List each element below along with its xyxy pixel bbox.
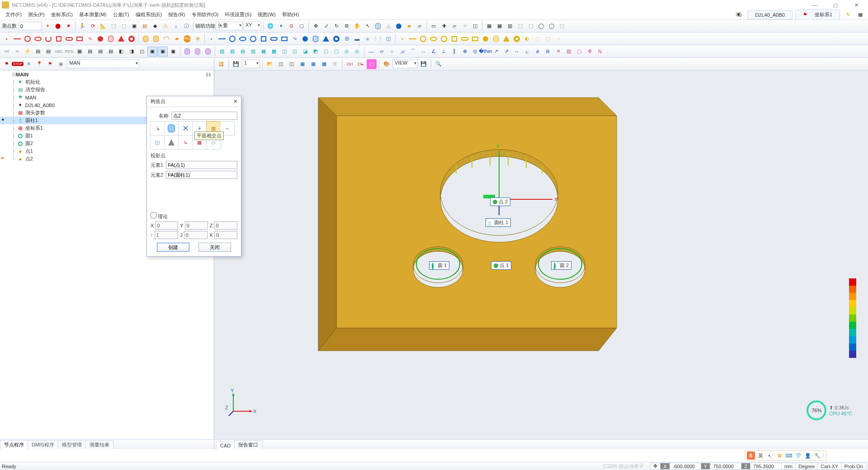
- gear-icon[interactable]: ✷: [63, 21, 73, 31]
- gdt-misc-c-icon[interactable]: ✜: [585, 47, 594, 56]
- stop-icon[interactable]: STOP: [13, 59, 23, 69]
- ime-keyboard-icon[interactable]: ⌨: [785, 451, 793, 460]
- warning-icon[interactable]: ⚠: [160, 21, 170, 31]
- gdt-datum-icon[interactable]: ▢: [574, 47, 584, 56]
- toggle-a-icon[interactable]: ⬚: [108, 21, 118, 31]
- select-misc-icon[interactable]: ◫: [470, 21, 480, 31]
- blue-point-icon[interactable]: •: [207, 34, 217, 44]
- cross-icon[interactable]: ✕: [24, 59, 33, 69]
- cursor-icon[interactable]: ↖: [363, 21, 373, 31]
- cad-c-icon[interactable]: ▤: [238, 47, 248, 56]
- cad-f-icon[interactable]: ▩: [269, 47, 279, 56]
- home-icon[interactable]: ⌂: [171, 21, 181, 31]
- grid-icon[interactable]: ▦: [75, 47, 85, 56]
- red-arc-icon[interactable]: [43, 34, 53, 44]
- label-pt2[interactable]: 点 2: [490, 197, 510, 206]
- grid-b-icon[interactable]: ▦: [308, 59, 318, 69]
- name-input[interactable]: [171, 112, 237, 120]
- proj-cell[interactable]: Cart-XY: [817, 463, 841, 470]
- abc-icon[interactable]: ABC: [54, 47, 64, 56]
- cad-l-icon[interactable]: ▢: [331, 47, 341, 56]
- script-b-icon[interactable]: ▤: [43, 47, 53, 56]
- cad-m-icon[interactable]: ◎: [342, 47, 352, 56]
- filter-g-icon[interactable]: ◯: [547, 21, 557, 31]
- cad-b-icon[interactable]: ▨: [227, 47, 237, 56]
- landscape-icon[interactable]: 🖼: [216, 59, 226, 69]
- dot-icon[interactable]: ◉: [56, 59, 66, 69]
- select-plane-icon[interactable]: ▱: [449, 21, 459, 31]
- method-c[interactable]: ✕: [178, 121, 193, 136]
- menu-report[interactable]: 报告(R): [165, 10, 188, 19]
- menu-view[interactable]: 视图(W): [255, 10, 278, 19]
- tab-model[interactable]: 模型管理: [58, 440, 86, 449]
- ime-skin-icon[interactable]: ✿: [775, 451, 783, 460]
- db-b-icon[interactable]: [193, 47, 203, 56]
- blue-torus-icon[interactable]: [331, 34, 341, 44]
- tab-results[interactable]: 测量结果: [85, 440, 113, 449]
- crs-selector[interactable]: ⚑坐标系1: [795, 9, 840, 20]
- menu-help[interactable]: 帮助(H): [279, 10, 302, 19]
- ime-user-icon[interactable]: 👤: [804, 451, 812, 460]
- book-icon[interactable]: ▤: [140, 21, 150, 31]
- cad-k-icon[interactable]: ▢: [321, 47, 331, 56]
- flag-green-icon[interactable]: ⚑: [45, 59, 55, 69]
- tab-dmis[interactable]: DMIS程序: [28, 440, 58, 449]
- menu-tolerance[interactable]: 公差(T): [110, 10, 132, 19]
- method-g[interactable]: ◫: [150, 135, 165, 150]
- panel-icon[interactable]: ▢: [297, 21, 307, 31]
- caliper-icon[interactable]: 📐: [98, 21, 108, 31]
- dots-icon[interactable]: ⁝⁝: [330, 59, 340, 69]
- label-cyl1[interactable]: ▯圆柱 1: [486, 218, 511, 227]
- method-i[interactable]: ↳: [178, 135, 193, 150]
- ime-lang[interactable]: 英: [756, 451, 764, 460]
- method-a[interactable]: ↘: [150, 121, 165, 136]
- init-icon[interactable]: Init: [2, 47, 12, 56]
- dh-icon[interactable]: DH: [345, 59, 355, 69]
- runner-icon[interactable]: 🏃: [77, 21, 87, 31]
- red-plane-icon[interactable]: [54, 34, 64, 44]
- gdt-surf-prof-icon[interactable]: ⌓: [418, 47, 428, 56]
- yellow-cylinder-icon[interactable]: [491, 34, 501, 44]
- red-line-icon[interactable]: [12, 34, 22, 44]
- menu-probe[interactable]: 测头(P): [25, 10, 47, 19]
- gdt-flatness-icon[interactable]: ▱: [377, 47, 387, 56]
- maximize-button[interactable]: ▢: [826, 0, 845, 10]
- mode-combo[interactable]: MAN: [67, 60, 139, 68]
- red-ellipse-icon[interactable]: [33, 34, 43, 44]
- cad-j-icon[interactable]: ◩: [311, 47, 321, 56]
- orange-cyl-a-icon[interactable]: [141, 34, 151, 44]
- tab-nodes[interactable]: 节点程序: [0, 440, 28, 449]
- red-torus-icon[interactable]: [127, 34, 137, 44]
- palette-icon[interactable]: 🎨: [382, 59, 392, 69]
- blue-curve-icon[interactable]: ∿: [290, 34, 300, 44]
- gdt-runout-icon[interactable]: ↗: [491, 47, 501, 56]
- flag-red-icon[interactable]: ⚑: [2, 59, 12, 69]
- menu-env[interactable]: 环境设置(S): [222, 10, 254, 19]
- toggle-b-icon[interactable]: ⬚: [119, 21, 129, 31]
- filter-c-icon[interactable]: ▥: [505, 21, 515, 31]
- sphere-view-icon[interactable]: [394, 21, 404, 31]
- blue-line-icon[interactable]: [217, 34, 227, 44]
- cad-a-icon[interactable]: ▧: [217, 47, 227, 56]
- cmd-c-icon[interactable]: ◫: [137, 47, 147, 56]
- blue-ellipse-icon[interactable]: [238, 34, 248, 44]
- blue-slot-icon[interactable]: [269, 34, 279, 44]
- yellow-ellipse-icon[interactable]: [429, 34, 439, 44]
- yellow-torus-icon[interactable]: [512, 34, 522, 44]
- cad-e-icon[interactable]: ▦: [259, 47, 269, 56]
- cursor-mode-icon[interactable]: ✥: [650, 463, 660, 470]
- gdt-parallel-icon[interactable]: ∥: [449, 47, 459, 56]
- script-a-icon[interactable]: ▤: [33, 47, 43, 56]
- yellow-cone-icon[interactable]: [501, 34, 511, 44]
- db-a-icon[interactable]: [182, 47, 192, 56]
- red-circle-icon[interactable]: [23, 34, 33, 44]
- rps-icon[interactable]: RPS: [64, 47, 74, 56]
- aux-combo[interactable]: 矢量: [216, 22, 243, 30]
- gdt-misc-a-icon[interactable]: ▧: [564, 47, 574, 56]
- ime-hanger-icon[interactable]: 👕: [794, 451, 802, 460]
- gdt-misc-d-icon[interactable]: N: [595, 47, 605, 56]
- ime-tool-icon[interactable]: 🔧: [813, 451, 821, 460]
- label-c2[interactable]: 圆 2: [551, 261, 571, 270]
- blue-sphere-icon[interactable]: [300, 34, 310, 44]
- orange-pro-icon[interactable]: PRO: [182, 34, 192, 44]
